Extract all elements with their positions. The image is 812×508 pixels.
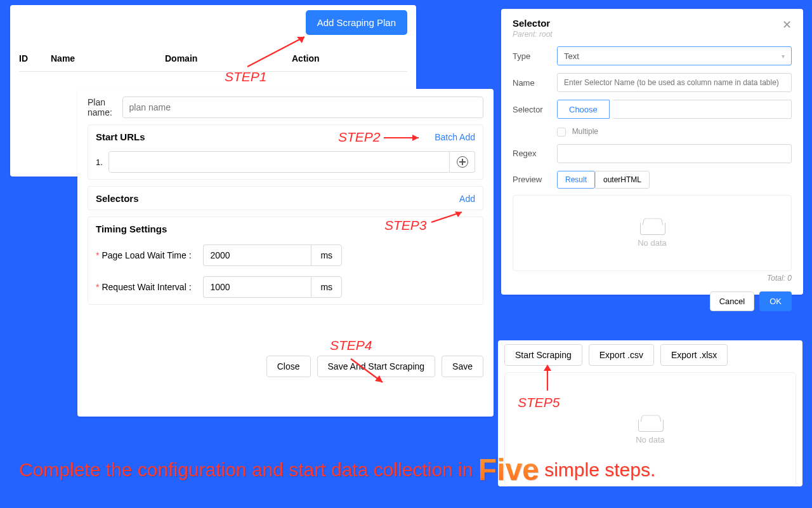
url-index: 1. [96,157,108,167]
close-icon[interactable]: ✕ [782,18,792,32]
preview-result-tab[interactable]: Result [557,171,595,189]
step1-arrow-icon [241,32,317,70]
page-load-input[interactable] [203,244,311,266]
unit-ms: ms [311,244,342,266]
selectors-title: Selectors [96,193,139,204]
no-data-text: No data [636,435,665,444]
multiple-checkbox-row[interactable]: Multiple [557,126,792,137]
batch-add-link[interactable]: Batch Add [435,132,475,142]
no-data-text: No data [638,238,667,248]
svg-marker-3 [412,135,419,141]
regex-input[interactable] [557,144,792,163]
col-name: Name [51,53,165,64]
selector-label: Selector [513,105,557,114]
step2-arrow-icon [384,131,428,144]
selector-value-box[interactable] [613,100,792,119]
tagline-pre: Complete the configuration and start dat… [19,459,478,480]
name-label: Name [513,78,557,88]
selector-parent-text: Parent: root [513,30,553,39]
type-select[interactable]: Text ▾ [557,46,792,65]
svg-marker-7 [375,375,383,382]
multiple-label: Multiple [572,127,598,136]
plan-table-header: ID Name Domain Action [19,46,407,72]
preview-empty-box: No data [513,195,792,271]
choose-button[interactable]: Choose [557,100,610,119]
tagline-five: Five [478,452,539,487]
preview-label: Preview [513,175,557,184]
svg-marker-9 [544,364,551,371]
request-wait-label: Request Wait Interval : [102,282,203,292]
plan-name-label: Plan name: [88,97,122,117]
selectors-section: Selectors Add [88,186,483,210]
ok-button[interactable]: OK [759,291,792,311]
required-star-icon: * [96,282,99,292]
step1-label: STEP1 [225,69,267,84]
unit-ms: ms [311,276,342,298]
start-urls-title: Start URLs [96,131,145,142]
tagline: Complete the configuration and start dat… [19,448,655,483]
step2-label: STEP2 [338,130,381,145]
preview-outerhtml-tab[interactable]: outerHTML [595,171,650,189]
step5-arrow-icon [538,362,557,394]
plan-name-input[interactable] [122,97,483,118]
page-load-label: Page Load Wait Time : [102,250,203,260]
svg-line-0 [247,37,304,67]
selector-name-input[interactable] [557,73,792,92]
close-button[interactable]: Close [266,356,311,377]
total-count: Total: 0 [513,274,792,283]
regex-label: Regex [513,149,557,158]
inbox-icon [640,218,664,234]
checkbox-icon[interactable] [557,128,566,137]
step5-label: STEP5 [518,395,560,410]
inbox-icon [638,415,662,431]
tagline-post: simple steps. [544,459,655,480]
add-scraping-plan-button[interactable]: Add Scraping Plan [306,10,407,35]
add-url-button[interactable] [450,151,475,173]
export-xlsx-button[interactable]: Export .xlsx [660,344,728,366]
export-csv-button[interactable]: Export .csv [589,344,654,366]
step3-arrow-icon [431,210,469,225]
chevron-down-icon: ▾ [782,53,785,60]
selectors-add-link[interactable]: Add [459,194,475,204]
type-select-value: Text [564,51,579,61]
step4-label: STEP4 [330,338,372,353]
step4-arrow-icon [348,356,392,387]
save-button[interactable]: Save [442,356,483,377]
col-id: ID [19,53,51,64]
selector-dialog: Selector Parent: root ✕ Type Text ▾ Name… [501,9,803,295]
request-wait-input[interactable] [203,276,311,298]
required-star-icon: * [96,250,99,260]
start-url-input[interactable] [108,151,450,173]
type-label: Type [513,51,557,61]
cancel-button[interactable]: Cancel [710,291,754,311]
plus-circle-icon [457,156,468,168]
step3-label: STEP3 [384,218,427,233]
plan-form-panel: Plan name: Start URLs Batch Add 1. Selec… [77,89,494,417]
selector-dialog-title: Selector [513,18,553,29]
